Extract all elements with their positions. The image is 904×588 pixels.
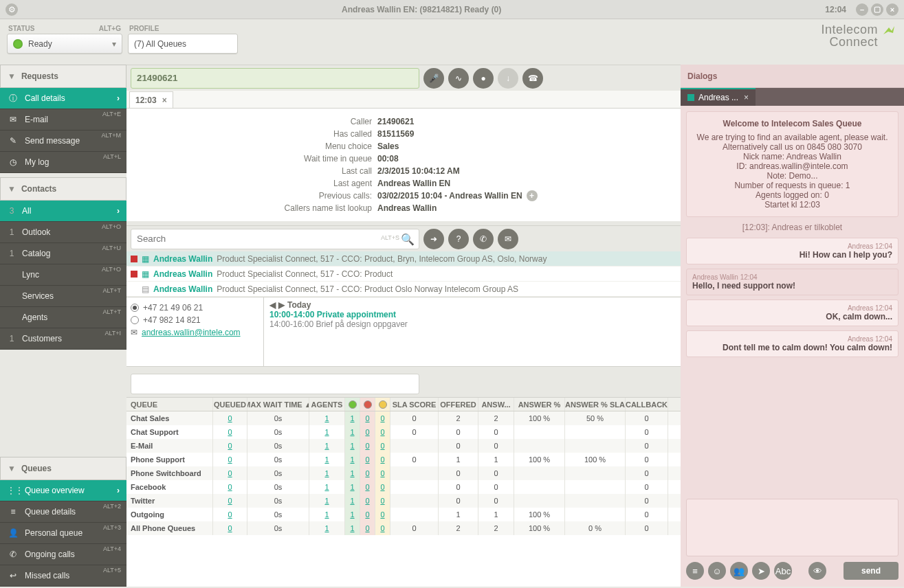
profile-select[interactable]: (7) All Queues [128, 34, 238, 54]
menu-item[interactable]: ✆Ongoing callsALT+4 [0, 544, 126, 565]
menu-item[interactable]: ⓘCall details› [0, 88, 126, 109]
call-tab[interactable]: 12:03× [129, 91, 173, 108]
menu-item[interactable]: LyncALT+O [0, 264, 126, 286]
menu-item[interactable]: 3All› [0, 201, 126, 222]
menu-item[interactable]: 1CatalogALT+U [0, 243, 126, 264]
contact-email[interactable]: andreas.wallin@intele.com [142, 328, 241, 337]
table-row[interactable]: Phone Switchboard00s1100000 [126, 466, 681, 480]
contact-row[interactable]: ▦Andreas Wallin Product Specialist Conne… [126, 267, 681, 282]
close-tab-icon[interactable]: × [162, 95, 167, 105]
col-header[interactable]: ANSWER % [514, 398, 565, 411]
window-title: Andreas Wallin EN: (98214821) Ready (0) [18, 5, 825, 14]
table-row[interactable]: Outgoing00s110011100 %0 [126, 508, 681, 521]
chat-message: Andreas 12:04Dont tell me to calm down! … [686, 330, 899, 357]
preview-icon[interactable]: 👁 [808, 562, 826, 580]
col-header[interactable]: ANSW... [478, 398, 514, 411]
go-icon[interactable]: ➜ [423, 229, 444, 249]
menu-item[interactable]: 1CustomersALT+I [0, 328, 126, 350]
spellcheck-icon[interactable]: Abc [774, 562, 792, 580]
table-row[interactable]: Facebook00s1100000 [126, 480, 681, 494]
table-row[interactable]: All Phone Queues00s1100022100 %0 %0 [126, 521, 681, 535]
col-header[interactable]: ANSWER % SLA [565, 398, 626, 411]
col-header[interactable]: SLA SCORE [390, 398, 439, 411]
table-row[interactable]: Phone Support00s1100011100 %100 %0 [126, 453, 681, 466]
menu-item[interactable]: ⋮⋮Queue overview› [0, 480, 126, 501]
menu-item[interactable]: ✉E-mailALT+E [0, 109, 126, 131]
mute-icon[interactable]: 🎤 [423, 68, 444, 89]
prev-day-icon[interactable]: ◀ [269, 300, 276, 310]
table-row[interactable]: Chat Support00s11000000 [126, 425, 681, 439]
top-toolbar: STATUSALT+G Ready ▾ PROFILE (7) All Queu… [0, 19, 904, 65]
dialog-tab[interactable]: Andreas ...× [681, 88, 756, 106]
maximize-icon[interactable]: ▢ [871, 3, 883, 16]
call-bar: 🎤 ∿ ● ↓ ☎ [126, 65, 681, 91]
menu-item[interactable]: ◷My logALT+L [0, 152, 126, 173]
contact-row[interactable]: ▦Andreas Wallin Product Specialist Conne… [126, 251, 681, 267]
send-button[interactable]: send [844, 562, 899, 580]
profile-box: PROFILE (7) All Queues [128, 23, 238, 65]
search-icon[interactable]: 🔍 [401, 233, 415, 246]
next-day-icon[interactable]: ▶ [278, 300, 285, 310]
col-header[interactable]: OFFERED [439, 398, 478, 411]
call-details-panel: Caller21490621Has called81511569Menu cho… [126, 109, 681, 221]
menu-item[interactable]: ↩Missed callsALT+5 [0, 565, 126, 587]
contact-phones: +47 21 49 06 21+47 982 14 821✉andreas.wa… [126, 297, 264, 366]
contact-results: ▦Andreas Wallin Product Specialist Conne… [126, 251, 681, 297]
search-input[interactable] [137, 229, 413, 249]
call-contact-icon[interactable]: ✆ [473, 229, 494, 249]
status-dot-icon [13, 39, 23, 49]
status-shortcut: ALT+G [99, 25, 121, 32]
queue-filter-row [126, 371, 681, 397]
record-icon[interactable]: ● [473, 68, 494, 89]
phone-option[interactable]: +47 21 49 06 21 [131, 302, 259, 314]
menu-item[interactable]: 👤Personal queueALT+3 [0, 523, 126, 544]
text-icon[interactable]: ≡ [686, 562, 704, 580]
contacts-menu: 3All›1OutlookALT+O1CatalogALT+ULyncALT+O… [0, 201, 126, 350]
chat-input[interactable] [686, 499, 899, 556]
chat-actions: ≡ ☺ 👥 ➤ Abc 👁 send [681, 562, 904, 587]
profile-value: (7) All Queues [134, 39, 186, 49]
hangup-icon[interactable]: ☎ [522, 68, 543, 89]
queues-menu: ⋮⋮Queue overview›≡Queue detailsALT+2👤Per… [0, 480, 126, 587]
menu-item[interactable]: ≡Queue detailsALT+2 [0, 501, 126, 523]
queues-header[interactable]: ▼Queues [0, 457, 126, 480]
forward-icon[interactable]: ➤ [752, 562, 770, 580]
close-icon[interactable]: × [886, 3, 899, 16]
today-label: Today [287, 300, 311, 310]
chat-message: Andreas Wallin 12:04Hello, I need suppor… [686, 269, 899, 295]
equalizer-icon[interactable]: ∿ [448, 68, 469, 89]
help-icon[interactable]: ? [448, 229, 469, 249]
menu-item[interactable]: ✎Send messageALT+M [0, 131, 126, 152]
col-header[interactable]: CALLBACK [626, 398, 668, 411]
col-header[interactable] [360, 398, 375, 411]
email-contact-icon[interactable]: ✉ [498, 229, 518, 249]
contacts-header[interactable]: ▼Contacts [0, 177, 126, 201]
contacts-header-label: Contacts [21, 184, 56, 194]
requests-header[interactable]: ▼Requests [0, 65, 126, 88]
close-dialog-icon[interactable]: × [744, 93, 749, 102]
settings-gear-icon[interactable]: ⚙ [5, 3, 18, 16]
menu-item[interactable]: 1OutlookALT+O [0, 222, 126, 243]
dial-input[interactable] [131, 68, 419, 89]
col-header[interactable]: AGENTS [309, 398, 345, 411]
col-header[interactable]: MAX WAIT TIME ▲ [247, 398, 309, 411]
col-header[interactable] [345, 398, 360, 411]
emoji-icon[interactable]: ☺ [708, 562, 726, 580]
contact-row[interactable]: ▤Andreas Wallin Product Specialist Conne… [126, 282, 681, 297]
col-header[interactable]: QUEUE [126, 398, 213, 411]
phone-option[interactable]: +47 982 14 821 [131, 314, 259, 326]
col-header[interactable] [375, 398, 390, 411]
menu-item[interactable]: AgentsALT+T [0, 307, 126, 328]
table-row[interactable]: Twitter00s1100000 [126, 494, 681, 508]
queue-filter-input[interactable] [131, 374, 419, 394]
download-icon[interactable]: ↓ [498, 68, 518, 89]
table-row[interactable]: Chat Sales00s1100022100 %50 %0 [126, 411, 681, 425]
dialogs-header-label: Dialogs [687, 71, 717, 81]
add-user-icon[interactable]: 👥 [730, 562, 748, 580]
table-row[interactable]: E-Mail00s1100000 [126, 439, 681, 453]
minimize-icon[interactable]: – [856, 3, 868, 16]
status-select[interactable]: Ready ▾ [7, 34, 122, 54]
col-header[interactable]: QUEUED [213, 398, 247, 411]
chat-area: Welcome to Intelecom Sales Queue We are … [681, 106, 904, 493]
menu-item[interactable]: ServicesALT+T [0, 286, 126, 307]
